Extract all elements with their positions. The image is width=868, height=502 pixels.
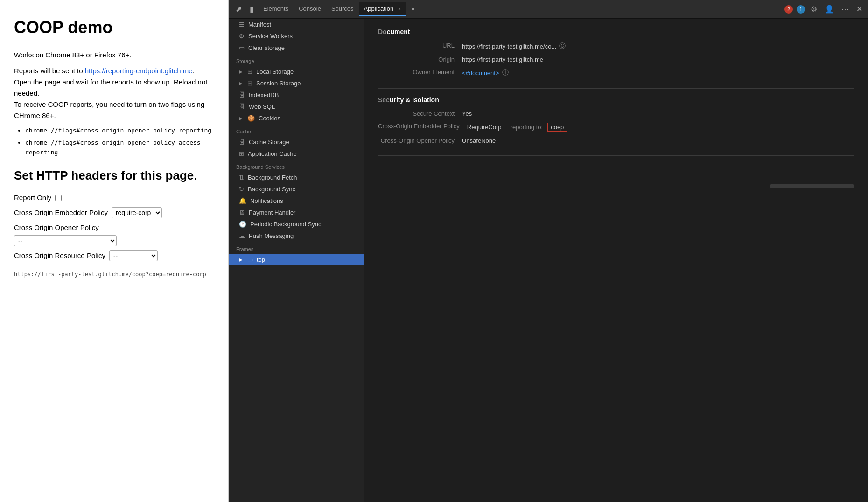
tab-right-icons: 2 1 ⚙ 👤 ⋯ ✕ xyxy=(784,4,864,14)
secure-context-value: Yes xyxy=(462,110,472,117)
sidebar-item-cookies[interactable]: ▶ 🍪 Cookies xyxy=(229,112,364,124)
reports-link[interactable]: https://reporting-endpoint.glitch.me xyxy=(85,67,193,75)
report-only-row: Report Only xyxy=(14,192,214,203)
sidebar-item-service-workers[interactable]: ⚙ Service Workers xyxy=(229,30,364,42)
sidebar-item-top-frame[interactable]: ▶ ▭ top xyxy=(229,254,364,265)
tab-console[interactable]: Console xyxy=(294,2,326,16)
coep-reporting-box: coep xyxy=(547,123,567,132)
tab-elements[interactable]: Elements xyxy=(259,2,293,16)
tab-bar: ⬈ ▮ Elements Console Sources Application… xyxy=(229,0,868,19)
cookies-icon: 🍪 xyxy=(247,115,255,122)
origin-label: Origin xyxy=(378,56,462,63)
sidebar-label-periodic-bg-sync: Periodic Background Sync xyxy=(250,221,321,228)
sidebar-label-payment-handler: Payment Handler xyxy=(249,209,295,216)
security-section-title: Security & Isolation xyxy=(378,96,854,104)
sidebar-item-local-storage[interactable]: ▶ ⊞ Local Storage xyxy=(229,66,364,77)
sidebar-item-periodic-bg-sync[interactable]: 🕐 Periodic Background Sync xyxy=(229,218,364,230)
sidebar: ☰ Manifest ⚙ Service Workers ▭ Clear sto… xyxy=(229,19,364,502)
coep-row: Cross Origin Embedder Policy require-cor… xyxy=(14,207,214,218)
sidebar-item-session-storage[interactable]: ▶ ⊞ Session Storage xyxy=(229,77,364,89)
application-cache-icon: ⊞ xyxy=(239,150,244,157)
sidebar-item-clear-storage[interactable]: ▭ Clear storage xyxy=(229,42,364,54)
reporting-label: reporting to: xyxy=(511,124,543,131)
error-badge[interactable]: 2 xyxy=(784,5,793,14)
sidebar-item-indexeddb[interactable]: 🗄 IndexedDB xyxy=(229,89,364,101)
background-fetch-icon: ⇅ xyxy=(239,174,244,181)
notifications-icon: 🔔 xyxy=(239,197,246,204)
flag-item: chrome://flags#cross-origin-opener-polic… xyxy=(25,126,214,136)
sidebar-item-cache-storage[interactable]: 🗄 Cache Storage xyxy=(229,136,364,148)
sidebar-item-web-sql[interactable]: 🗄 Web SQL xyxy=(229,101,364,112)
sidebar-label-indexeddb: IndexedDB xyxy=(249,91,279,98)
sidebar-label-local-storage: Local Storage xyxy=(256,68,294,75)
tab-more[interactable]: » xyxy=(406,2,419,16)
sidebar-label-service-workers: Service Workers xyxy=(248,33,293,40)
owner-link[interactable]: <#document> xyxy=(462,70,499,77)
flags-list: chrome://flags#cross-origin-opener-polic… xyxy=(25,126,214,158)
coop-row: Cross Origin Opener Policy -- same-origi… xyxy=(14,222,214,246)
owner-row: Owner Element <#document> ⓘ xyxy=(378,69,854,77)
manifest-icon: ☰ xyxy=(239,21,245,28)
coop-select[interactable]: -- same-origin same-origin-allow-popups … xyxy=(14,235,117,246)
scrollbar[interactable] xyxy=(770,184,854,188)
report-only-checkbox[interactable] xyxy=(55,195,62,201)
session-storage-arrow: ▶ xyxy=(239,81,243,86)
sidebar-label-manifest: Manifest xyxy=(248,21,271,28)
sidebar-item-payment-handler[interactable]: 🖥 Payment Handler xyxy=(229,207,364,218)
cache-section-label: Cache xyxy=(229,124,364,136)
tab-close-icon[interactable]: × xyxy=(398,6,401,12)
sidebar-item-background-fetch[interactable]: ⇅ Background Fetch xyxy=(229,172,364,183)
scroll-area xyxy=(378,184,854,188)
coop-policy-row: Cross-Origin Opener Policy UnsafeNone xyxy=(378,137,854,144)
person-icon[interactable]: 👤 xyxy=(823,4,836,14)
origin-value: https://first-party-test.glitch.me xyxy=(462,56,543,63)
cookies-arrow: ▶ xyxy=(239,116,243,121)
coep-policy-value: RequireCorp reporting to: coep xyxy=(467,123,567,132)
flag-item: chrome://flags#cross-origin-opener-polic… xyxy=(25,138,214,158)
sidebar-item-application-cache[interactable]: ⊞ Application Cache xyxy=(229,148,364,160)
sidebar-item-manifest[interactable]: ☰ Manifest xyxy=(229,19,364,30)
url-info-icon[interactable]: Ⓒ xyxy=(559,42,566,50)
intro-text: Works on Chrome 83+ or Firefox 76+. xyxy=(14,49,214,61)
owner-info-icon[interactable]: ⓘ xyxy=(502,69,509,77)
sidebar-item-background-sync[interactable]: ↻ Background Sync xyxy=(229,183,364,195)
cursor-icon[interactable]: ⬈ xyxy=(232,3,245,15)
sidebar-label-push-messaging: Push Messaging xyxy=(249,232,294,239)
coep-select[interactable]: require-corp -- unsafe-none xyxy=(112,207,162,218)
url-bar: https://first-party-test.glitch.me/coop?… xyxy=(14,266,214,279)
main-content: Document URL https://first-party-test.gl… xyxy=(364,19,868,502)
coop-policy-label: Cross-Origin Opener Policy xyxy=(378,137,462,144)
page-title: COOP demo xyxy=(14,14,214,41)
service-workers-icon: ⚙ xyxy=(239,33,245,40)
url-value: https://first-party-test.glitch.me/co...… xyxy=(462,42,566,50)
left-panel: COOP demo Works on Chrome 83+ or Firefox… xyxy=(0,0,229,502)
top-frame-icon: ▭ xyxy=(247,256,253,263)
sidebar-item-push-messaging[interactable]: ☁ Push Messaging xyxy=(229,230,364,242)
corp-select[interactable]: -- same-origin same-site cross-origin xyxy=(109,250,158,261)
close-devtools-icon[interactable]: ✕ xyxy=(854,4,864,14)
settings-icon[interactable]: ⚙ xyxy=(809,4,819,14)
coep-label: Cross Origin Embedder Policy xyxy=(14,207,108,218)
sidebar-label-clear-storage: Clear storage xyxy=(248,44,285,51)
corp-label: Cross Origin Resource Policy xyxy=(14,250,105,261)
tab-sources[interactable]: Sources xyxy=(327,2,358,16)
report-only-label: Report Only xyxy=(14,192,51,203)
sidebar-label-session-storage: Session Storage xyxy=(256,80,301,87)
sidebar-label-notifications: Notifications xyxy=(250,197,283,204)
tab-application[interactable]: Application × xyxy=(359,2,406,16)
sidebar-label-cache-storage: Cache Storage xyxy=(249,139,289,146)
web-sql-icon: 🗄 xyxy=(239,103,245,110)
origin-row: Origin https://first-party-test.glitch.m… xyxy=(378,56,854,63)
top-frame-arrow: ▶ xyxy=(239,257,243,262)
sidebar-item-notifications[interactable]: 🔔 Notifications xyxy=(229,195,364,207)
owner-label: Owner Element xyxy=(378,69,462,76)
device-icon[interactable]: ▮ xyxy=(245,3,258,15)
info-badge[interactable]: 1 xyxy=(797,5,805,14)
sidebar-label-cookies: Cookies xyxy=(259,115,280,122)
payment-handler-icon: 🖥 xyxy=(239,209,245,216)
session-storage-icon: ⊞ xyxy=(247,80,252,87)
coep-policy-label: Cross-Origin Embedder Policy xyxy=(378,123,467,130)
reports-text: Reports will be sent to https://reportin… xyxy=(14,65,214,121)
more-icon[interactable]: ⋯ xyxy=(840,4,851,14)
indexeddb-icon: 🗄 xyxy=(239,91,245,98)
